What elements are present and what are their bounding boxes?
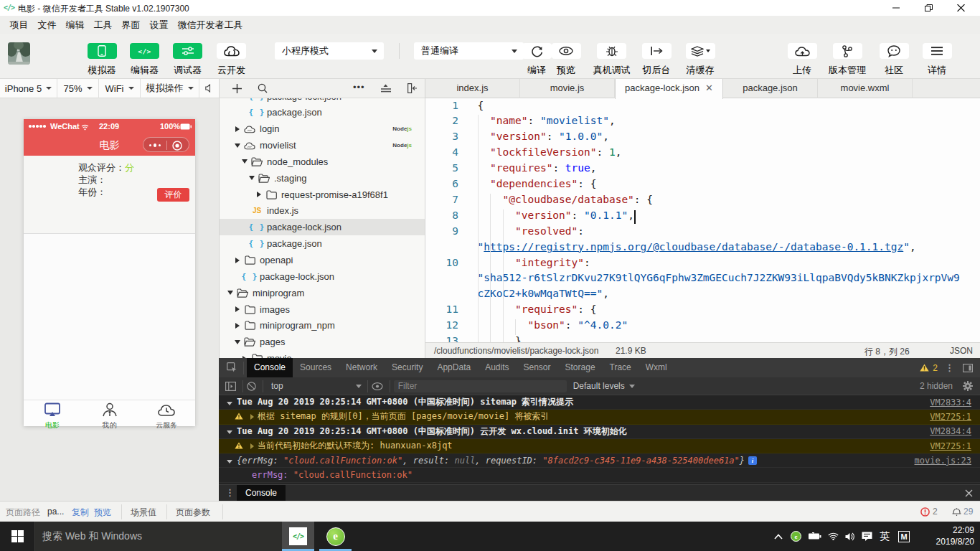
tree-item-package-lock.json[interactable]: { }package-lock.json — [220, 98, 425, 105]
code-line[interactable]: 11 "requires": { — [425, 303, 980, 319]
more-icon[interactable]: ••• — [353, 82, 365, 93]
tree-item-movie[interactable]: movie — [220, 350, 425, 358]
expand-arrow-icon[interactable] — [227, 456, 234, 466]
tray-volume-icon[interactable] — [845, 532, 855, 541]
live-expression-eye-icon[interactable] — [372, 382, 383, 390]
search-icon[interactable] — [258, 83, 268, 93]
tree-item-.staging[interactable]: .staging — [220, 170, 425, 187]
chevron-collapsed-icon[interactable] — [232, 321, 242, 331]
source-link[interactable]: VM2725:1 — [930, 441, 971, 451]
preview-link[interactable]: 预览 — [94, 507, 111, 519]
editor-tab-package-lock.json[interactable]: package-lock.json✕ — [615, 79, 723, 99]
devtools-tab-security[interactable]: Security — [385, 358, 430, 377]
filter-input[interactable]: Filter — [394, 380, 567, 392]
add-file-icon[interactable] — [232, 84, 242, 93]
zoom-select[interactable]: 75% — [57, 79, 99, 98]
info-icon[interactable]: i — [748, 456, 757, 465]
drawer-close-icon[interactable] — [965, 489, 973, 497]
tree-item-package-lock.json[interactable]: { }package-lock.json — [220, 268, 425, 285]
console-message[interactable]: {errMsg: "cloud.callFunction:ok", result… — [219, 453, 980, 468]
expand-arrow-icon[interactable] — [227, 426, 234, 436]
code-line[interactable]: 2 "name": "movielist", — [425, 115, 980, 131]
tray-wifi-icon[interactable] — [828, 532, 839, 540]
mute-speaker-icon[interactable] — [199, 84, 219, 93]
tree-item-login[interactable]: loginNodejs — [220, 121, 425, 137]
code-editor[interactable]: 1{2 "name": "movielist",3 "version": "1.… — [425, 98, 980, 342]
compile-select[interactable]: 普通编译 — [414, 42, 524, 60]
menu-item[interactable]: 项目 — [5, 16, 33, 34]
toolbar-button[interactable]: 调试器 — [167, 43, 209, 77]
console-message[interactable]: 当前代码初始化的默认环境为: huanxuan-x8jqtVM2725:1 — [219, 439, 980, 453]
menu-item[interactable]: 界面 — [117, 16, 145, 34]
source-link[interactable]: movie.js:23 — [915, 456, 971, 466]
code-line[interactable]: "https://registry.npmjs.org/@cloudbase/d… — [425, 241, 980, 257]
console-message[interactable]: 根据 sitemap 的规则[0]，当前页面 [pages/movie/movi… — [219, 410, 980, 424]
phone-tab-电影[interactable]: 电影 — [24, 400, 81, 426]
cursor-position[interactable]: 行 8，列 26 — [864, 346, 910, 358]
toolbar-button[interactable]: </>编辑器 — [124, 43, 166, 77]
console-message[interactable]: Tue Aug 20 2019 20:25:14 GMT+0800 (中国标准时… — [219, 425, 980, 439]
taskbar-clock[interactable]: 22:092019/8/20 — [924, 524, 974, 547]
tree-item-package.json[interactable]: { }package.json — [220, 235, 425, 252]
devtools-tab-console[interactable]: Console — [247, 358, 293, 377]
code-line[interactable]: 7 "@cloudbase/database": { — [425, 194, 980, 209]
console-message[interactable]: errMsg: "cloud.callFunction:ok" — [219, 468, 980, 483]
toolbar-button[interactable]: 预览 — [545, 43, 587, 77]
code-line[interactable]: 12 "bson": "^4.0.2" — [425, 319, 980, 335]
toolbar-button[interactable]: 详情 — [916, 43, 958, 77]
source-link[interactable]: VM2833:4 — [930, 397, 971, 408]
phone-capsule-button[interactable] — [143, 137, 189, 152]
code-line[interactable]: 4 "lockfileVersion": 1, — [425, 146, 980, 162]
editor-tab-index.js[interactable]: index.js — [425, 79, 520, 98]
sim-action-select[interactable]: 模拟操作 — [141, 79, 199, 98]
expand-arrow-icon[interactable] — [227, 397, 234, 408]
devtools-tab-network[interactable]: Network — [339, 358, 385, 377]
taskbar-app-devtools[interactable]: </> — [282, 522, 314, 551]
close-button[interactable] — [957, 4, 965, 11]
devtools-tab-trace[interactable]: Trace — [603, 358, 639, 377]
tray-browser-icon[interactable]: e — [791, 531, 801, 542]
collapse-sidebar-icon[interactable] — [407, 83, 418, 93]
console-message[interactable]: Tue Aug 20 2019 20:25:14 GMT+0800 (中国标准时… — [219, 395, 980, 410]
tree-item-miniprogram_npm[interactable]: miniprogram_npm — [220, 317, 425, 334]
editor-tab-movie.js[interactable]: movie.js — [520, 79, 615, 98]
toolbar-button[interactable]: 真机调试 — [591, 43, 633, 77]
code-line[interactable]: 1{ — [425, 100, 980, 116]
code-line[interactable]: 10 "integrity": — [425, 257, 980, 273]
close-tab-icon[interactable]: ✕ — [705, 83, 713, 93]
avatar[interactable] — [8, 42, 30, 65]
taskbar-app-browser[interactable]: e — [319, 522, 352, 551]
source-link[interactable]: VM2725:1 — [930, 412, 971, 422]
levels-select[interactable]: Default levels — [573, 381, 625, 391]
editor-tab-movie.wxml[interactable]: movie.wxml — [818, 79, 913, 98]
devtools-tab-appdata[interactable]: AppData — [430, 358, 478, 377]
toolbar-button[interactable]: 清缓存 — [679, 43, 721, 77]
tray-battery-icon[interactable] — [808, 532, 821, 540]
start-button-icon[interactable] — [11, 530, 24, 542]
scene-value-tab[interactable]: 场景值 — [131, 507, 156, 519]
devtools-tab-sources[interactable]: Sources — [293, 358, 339, 377]
settings-gear-icon[interactable] — [963, 381, 973, 391]
code-line[interactable]: cZKoC2+k0wMqaTWtQ==", — [425, 288, 980, 303]
more-dots-icon[interactable] — [149, 144, 161, 147]
mode-select[interactable]: 小程序模式 — [275, 42, 384, 60]
tree-item-package-lock.json[interactable]: { }package-lock.json — [220, 219, 425, 235]
toolbar-button[interactable]: 版本管理 — [826, 43, 868, 77]
chevron-expanded-icon[interactable] — [225, 288, 235, 298]
phone-screen[interactable]: WeChat 22:09 100% 电影 观众评分：分 主演： 年份： 评价 — [24, 119, 195, 426]
taskbar-search-box[interactable]: 搜索 Web 和 Windows — [34, 522, 282, 551]
restore-button[interactable] — [925, 4, 933, 11]
code-line[interactable]: 5 "requires": true, — [425, 162, 980, 178]
tree-item-node_modules[interactable]: node_modules — [220, 154, 425, 170]
tree-item-pages[interactable]: pages — [220, 334, 425, 350]
tree-item-request-promise-a19f68f1[interactable]: request-promise-a19f68f1 — [220, 187, 425, 203]
code-line[interactable]: 13 } — [425, 335, 980, 342]
chevron-expanded-icon[interactable] — [232, 337, 242, 347]
sidebar-toggle-icon[interactable] — [225, 382, 236, 391]
menu-item[interactable]: 设置 — [145, 16, 173, 34]
devtools-tab-sensor[interactable]: Sensor — [517, 358, 558, 377]
code-line[interactable]: 6 "dependencies": { — [425, 178, 980, 194]
device-select[interactable]: iPhone 5 — [0, 79, 57, 98]
code-line[interactable]: 9 "resolved": — [425, 225, 980, 241]
tree-item-images[interactable]: images — [220, 301, 425, 318]
